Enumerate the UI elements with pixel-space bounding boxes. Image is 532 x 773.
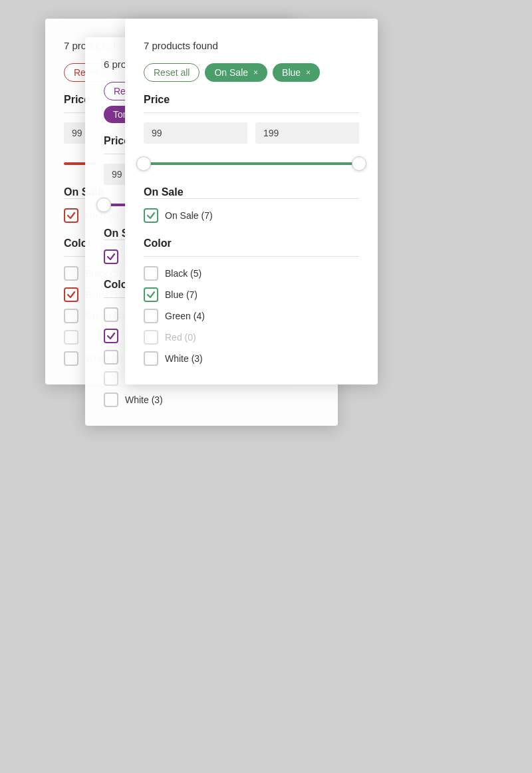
- products-found-front: 7 products found: [144, 40, 359, 51]
- color-black-box-back1[interactable]: [104, 307, 118, 322]
- color-blue-box-back1[interactable]: [104, 329, 118, 343]
- slider-front[interactable]: [144, 153, 359, 174]
- slider-thumb-left-front[interactable]: [136, 156, 151, 171]
- color-red-front[interactable]: Red (0): [144, 330, 359, 345]
- color-white-box-front[interactable]: [144, 351, 158, 366]
- color-white-front[interactable]: White (3): [144, 351, 359, 366]
- price-min-front[interactable]: [144, 122, 247, 144]
- color-black-box-back2[interactable]: [64, 266, 78, 281]
- color-green-box-front[interactable]: [144, 309, 158, 323]
- onsale-checkbox-box-back1[interactable]: [104, 249, 118, 264]
- slider-thumb-right-front[interactable]: [352, 156, 366, 171]
- color-red-box-back2[interactable]: [64, 330, 78, 345]
- color-list-front: Black (5) Blue (7) Green (4) Red (0): [144, 266, 359, 366]
- color-red-box-back1[interactable]: [104, 371, 118, 386]
- onsale-checkbox-box-front[interactable]: [144, 208, 158, 223]
- color-title-front: Color: [144, 237, 359, 249]
- onsale-list-front: On Sale (7): [144, 208, 359, 223]
- color-blue-box-front[interactable]: [144, 287, 158, 302]
- price-title-front: Price: [144, 94, 359, 106]
- filter-tags-front: Reset all On Sale × Blue ×: [144, 63, 359, 82]
- tag-onsale-front[interactable]: On Sale ×: [205, 63, 267, 82]
- color-white-box-back2[interactable]: [64, 351, 78, 366]
- color-green-box-back2[interactable]: [64, 309, 78, 323]
- color-white-back1[interactable]: White (3): [104, 392, 319, 407]
- reset-all-front[interactable]: Reset all: [144, 63, 200, 82]
- onsale-title-front: On Sale: [144, 186, 359, 198]
- color-blue-front[interactable]: Blue (7): [144, 287, 359, 302]
- slider-thumb-left-back1[interactable]: [96, 198, 111, 212]
- price-inputs-front: [144, 122, 359, 144]
- color-green-box-back1[interactable]: [104, 350, 118, 365]
- color-white-label: White (3): [165, 353, 203, 364]
- color-black-front[interactable]: Black (5): [144, 266, 359, 281]
- color-blue-box-back2[interactable]: [64, 287, 78, 302]
- color-red-box-front[interactable]: [144, 330, 158, 345]
- onsale-checkbox-box-back2[interactable]: [64, 208, 78, 223]
- onsale-label-front: On Sale (7): [165, 210, 213, 221]
- card-front: 7 products found Reset all On Sale × Blu…: [125, 19, 378, 385]
- color-white-box-back1[interactable]: [104, 392, 118, 407]
- onsale-checkbox-front[interactable]: On Sale (7): [144, 208, 359, 223]
- color-black-box-front[interactable]: [144, 266, 158, 281]
- price-max-front[interactable]: [255, 122, 359, 144]
- color-green-front[interactable]: Green (4): [144, 309, 359, 323]
- tag-blue-front[interactable]: Blue ×: [273, 63, 320, 82]
